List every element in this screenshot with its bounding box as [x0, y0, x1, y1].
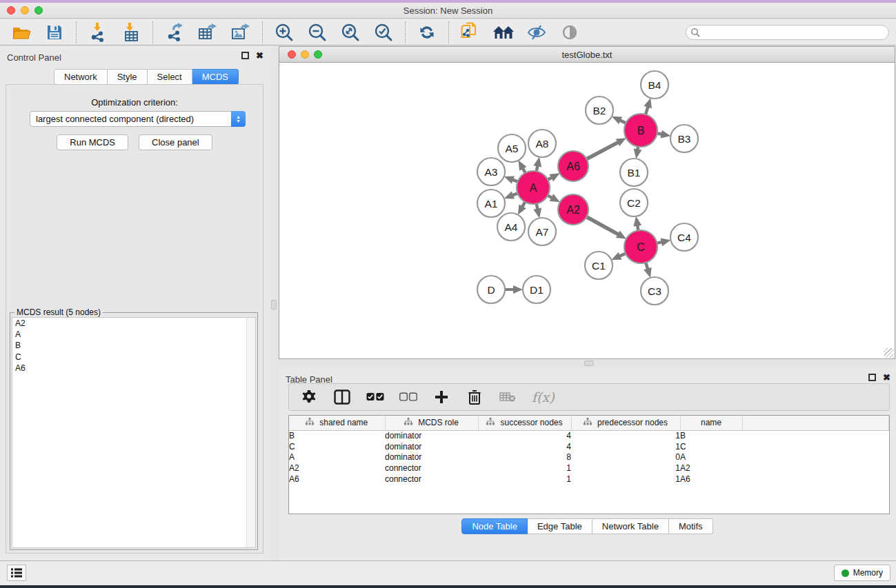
network-window-title: testGlobe.txt: [279, 50, 895, 60]
duplicate-network-icon[interactable]: [459, 22, 482, 43]
import-network-icon[interactable]: [86, 22, 110, 43]
svg-text:A7: A7: [536, 226, 549, 238]
horizontal-splitter[interactable]: [279, 359, 896, 368]
table-row[interactable]: Adominator80A: [289, 452, 889, 463]
graph-node-A4[interactable]: A4: [497, 213, 525, 241]
zoom-out-icon[interactable]: [306, 22, 329, 43]
graph-node-C3[interactable]: C3: [641, 277, 668, 305]
splitter-grip[interactable]: [584, 361, 594, 366]
network-view-window: testGlobe.txt AA1A3A4A5A7A8A6A2BB1B2B3B4…: [279, 46, 895, 359]
svg-text:B2: B2: [593, 105, 606, 116]
graph-node-B3[interactable]: B3: [670, 125, 698, 152]
graph-node-D1[interactable]: D1: [523, 276, 550, 303]
run-mcds-button[interactable]: Run MCDS: [57, 134, 128, 150]
zoom-in-icon[interactable]: [272, 22, 296, 43]
table-panel: Table Panel ✖: [279, 368, 896, 560]
svg-text:A3: A3: [485, 166, 498, 178]
column-layout-icon[interactable]: [333, 388, 351, 406]
tab-edge-table[interactable]: Edge Table: [528, 518, 593, 534]
result-item[interactable]: A6: [12, 363, 255, 374]
column-header-successor-nodes[interactable]: successor nodes: [478, 416, 571, 430]
open-session-icon[interactable]: [10, 22, 33, 43]
select-all-icon[interactable]: [366, 388, 384, 406]
zoom-selected-icon[interactable]: [372, 22, 395, 43]
tab-mcds[interactable]: MCDS: [192, 69, 239, 85]
delete-rows-icon[interactable]: [466, 388, 484, 406]
hide-panels-icon[interactable]: [525, 22, 548, 43]
graph-node-A8[interactable]: A8: [528, 130, 556, 157]
node-table[interactable]: shared nameMCDS rolesuccessor nodesprede…: [288, 415, 890, 514]
column-header-name[interactable]: name: [680, 416, 742, 430]
column-header-MCDS-role[interactable]: MCDS role: [385, 416, 478, 430]
deselect-all-icon[interactable]: [399, 388, 417, 406]
zoom-fit-icon[interactable]: [339, 22, 362, 43]
result-scrollbar[interactable]: [246, 318, 255, 547]
graph-node-C1[interactable]: C1: [585, 252, 613, 279]
delete-table-icon[interactable]: [499, 388, 517, 406]
vertical-splitter[interactable]: [270, 46, 279, 560]
refresh-icon[interactable]: [415, 22, 439, 43]
graph-node-A5[interactable]: A5: [498, 134, 526, 162]
tab-motifs[interactable]: Motifs: [669, 518, 713, 534]
function-builder-icon[interactable]: f(x): [532, 389, 555, 405]
column-header-predecessor-nodes[interactable]: predecessor nodes: [571, 416, 680, 430]
memory-button[interactable]: Memory: [834, 565, 890, 581]
close-panel-icon[interactable]: ✖: [883, 374, 890, 381]
float-panel-icon[interactable]: [241, 52, 249, 59]
export-table-icon[interactable]: [196, 22, 219, 43]
save-session-icon[interactable]: [43, 22, 66, 43]
table-row[interactable]: Bdominator41B: [289, 430, 889, 441]
tab-style[interactable]: Style: [108, 69, 148, 85]
graph-node-A3[interactable]: A3: [477, 158, 505, 185]
settings-gear-icon[interactable]: [300, 388, 318, 406]
import-table-icon[interactable]: [119, 22, 143, 43]
home-icon[interactable]: [492, 22, 515, 43]
table-row[interactable]: A2connector11A2: [289, 463, 889, 474]
control-panel-tabs: NetworkStyleSelectMCDS: [54, 69, 239, 85]
export-image-icon[interactable]: [229, 22, 252, 43]
graph-node-C[interactable]: C: [624, 230, 657, 263]
graph-node-A1[interactable]: A1: [477, 190, 505, 217]
graph-node-A2[interactable]: A2: [558, 194, 588, 225]
svg-text:C: C: [637, 241, 645, 253]
svg-text:B: B: [637, 125, 645, 136]
mcds-result-list[interactable]: A2ABCA6: [12, 317, 256, 548]
network-graph-canvas[interactable]: AA1A3A4A5A7A8A6A2BB1B2B3B4CC1C2C3C4DD1: [279, 63, 895, 359]
tab-node-table[interactable]: Node Table: [461, 518, 528, 534]
graph-node-B[interactable]: B: [624, 114, 657, 147]
result-item[interactable]: A: [12, 329, 255, 340]
result-item[interactable]: B: [12, 340, 255, 351]
graph-node-A6[interactable]: A6: [558, 151, 588, 181]
result-item[interactable]: A2: [12, 318, 255, 329]
graph-node-B2[interactable]: B2: [586, 97, 613, 124]
graph-node-B4[interactable]: B4: [641, 71, 668, 99]
tab-network[interactable]: Network: [54, 69, 108, 85]
task-history-button[interactable]: [7, 565, 26, 581]
add-column-icon[interactable]: [432, 388, 450, 406]
graph-node-D[interactable]: D: [477, 276, 505, 303]
network-window-titlebar[interactable]: testGlobe.txt: [279, 47, 895, 63]
criterion-select[interactable]: largest connected component (directed) ▲…: [30, 111, 246, 127]
close-panel-icon[interactable]: ✖: [256, 52, 263, 59]
svg-text:C2: C2: [627, 197, 641, 209]
splitter-grip[interactable]: [271, 300, 277, 310]
tab-select[interactable]: Select: [148, 69, 192, 85]
result-item[interactable]: C: [12, 352, 255, 363]
app-window: Session: New Session: [0, 3, 896, 585]
column-header-shared-name[interactable]: shared name: [289, 416, 385, 430]
graph-node-A[interactable]: A: [517, 171, 550, 204]
float-panel-icon[interactable]: [868, 374, 876, 381]
svg-text:C1: C1: [592, 260, 606, 272]
show-panels-icon[interactable]: [558, 22, 581, 43]
table-row[interactable]: Cdominator41C: [289, 441, 889, 452]
tab-network-table[interactable]: Network Table: [593, 518, 669, 534]
graph-node-C4[interactable]: C4: [670, 223, 698, 251]
graph-node-C2[interactable]: C2: [620, 189, 648, 216]
window-resize-grip[interactable]: [884, 348, 894, 358]
table-row[interactable]: A6connector11A6: [289, 474, 889, 485]
search-input[interactable]: [686, 25, 889, 40]
graph-node-A7[interactable]: A7: [528, 218, 556, 245]
export-network-icon[interactable]: [163, 22, 186, 43]
close-panel-button[interactable]: Close panel: [139, 134, 212, 150]
graph-node-B1[interactable]: B1: [620, 159, 648, 186]
